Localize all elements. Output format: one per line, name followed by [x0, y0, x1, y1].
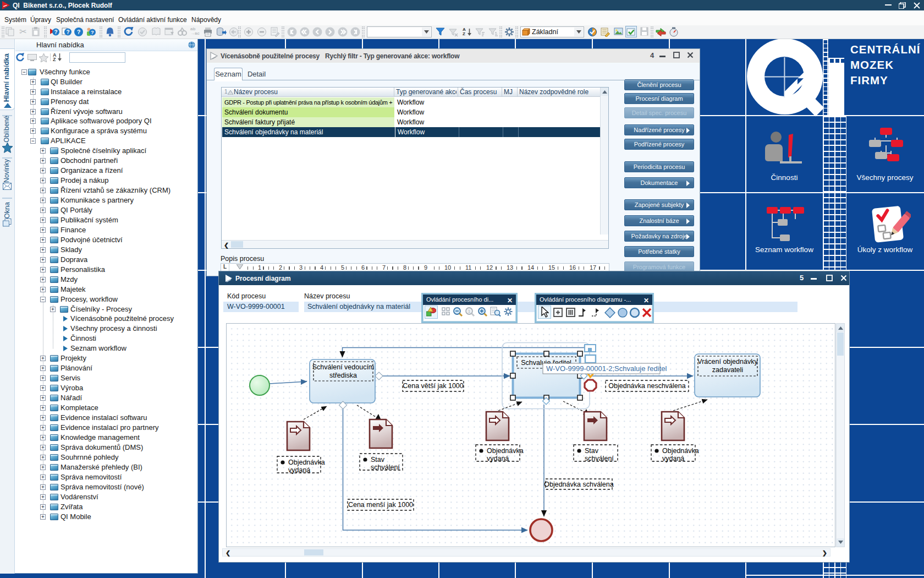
svg-text:W-VO-9999-00001-2;Schvaluje ře: W-VO-9999-00001-2;Schvaluje ředitel — [546, 364, 667, 373]
svg-text:Objednávka neschválena: Objednávka neschválena — [608, 382, 685, 390]
svg-text:?: ? — [66, 29, 69, 35]
svg-text:schválení: schválení — [371, 464, 400, 471]
svg-text:?: ? — [54, 29, 57, 35]
svg-text:?: ? — [77, 29, 81, 35]
svg-text:?: ? — [91, 29, 94, 35]
svg-text:Stav: Stav — [371, 456, 385, 464]
svg-text:Objednávka: Objednávka — [487, 447, 524, 455]
svg-text:vydaná: vydaná — [288, 466, 310, 474]
svg-text:Objednávka schválena: Objednávka schválena — [544, 481, 614, 488]
svg-text:vydaná: vydaná — [487, 455, 509, 462]
svg-text:Objednávka: Objednávka — [662, 447, 699, 455]
svg-text:vydaná: vydaná — [662, 455, 684, 462]
svg-text:1: 1 — [468, 309, 471, 314]
svg-text:Vrácení objednávky: Vrácení objednávky — [697, 358, 758, 366]
svg-text:Schválení vedoucím: Schválení vedoucím — [312, 363, 375, 371]
svg-text:střediska: střediska — [329, 372, 357, 379]
svg-text:Cena větší jak 1000: Cena větší jak 1000 — [403, 382, 464, 390]
svg-text:zadavateli: zadavateli — [712, 366, 743, 374]
svg-text:Cena menší jak 1000: Cena menší jak 1000 — [348, 501, 413, 509]
svg-text:Objednávka: Objednávka — [288, 459, 325, 466]
svg-text:schválení: schválení — [585, 455, 614, 462]
svg-text:Stav: Stav — [585, 447, 599, 455]
